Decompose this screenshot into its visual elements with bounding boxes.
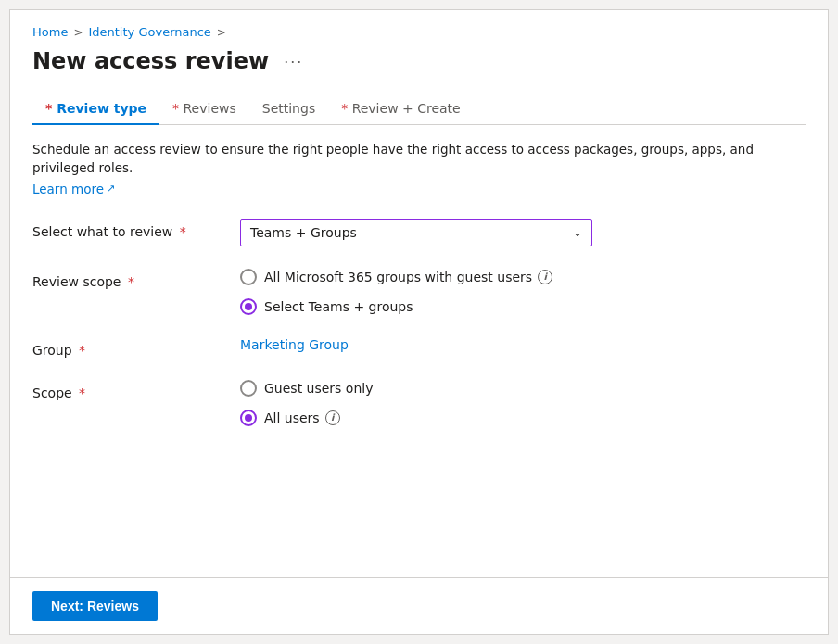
learn-more-label: Learn more <box>32 182 104 196</box>
breadcrumb-sep-1: > <box>73 26 83 39</box>
scope-option-all-m365[interactable]: All Microsoft 365 groups with guest user… <box>240 269 806 285</box>
next-reviews-button[interactable]: Next: Reviews <box>32 591 158 621</box>
tabs-container: Review type Reviews Settings Review + Cr… <box>32 93 806 125</box>
external-link-icon: ↗ <box>107 183 115 195</box>
tab-review-type[interactable]: Review type <box>32 94 159 125</box>
page-title: New access review <box>32 48 269 74</box>
scope-info-icon-all-users[interactable]: i <box>325 410 340 425</box>
required-star-2: * <box>123 274 133 289</box>
scope-radio-group: Guest users only All users i <box>240 380 806 426</box>
select-what-field: Teams + Groups ⌄ <box>240 219 806 246</box>
scope-radio-all-users[interactable] <box>240 410 257 426</box>
review-scope-row: Review scope * All Microsoft 365 groups … <box>32 269 806 315</box>
group-row: Group * Marketing Group <box>32 337 806 358</box>
scope-label-left: Scope * <box>32 380 218 400</box>
group-label: Group * <box>32 337 218 358</box>
scope-field: Guest users only All users i <box>240 380 806 426</box>
scope-option-all-users[interactable]: All users i <box>240 410 806 426</box>
required-star-4: * <box>75 385 85 400</box>
review-scope-radio-group: All Microsoft 365 groups with guest user… <box>240 269 806 315</box>
description-text: Schedule an access review to ensure the … <box>32 140 806 178</box>
breadcrumb-sep-2: > <box>217 26 226 39</box>
scope-label-all-users: All users i <box>264 410 340 425</box>
select-what-dropdown[interactable]: Teams + Groups ⌄ <box>240 219 592 246</box>
breadcrumb: Home > Identity Governance > <box>32 25 806 39</box>
dropdown-value: Teams + Groups <box>250 225 357 240</box>
scope-option-select-teams[interactable]: Select Teams + groups <box>240 298 806 315</box>
required-star-3: * <box>75 343 85 358</box>
more-options-button[interactable]: ··· <box>278 50 309 73</box>
scope-label-all-m365: All Microsoft 365 groups with guest user… <box>264 270 552 284</box>
group-field: Marketing Group <box>240 337 806 352</box>
review-scope-field: All Microsoft 365 groups with guest user… <box>240 269 806 315</box>
scope-radio-select-teams[interactable] <box>240 298 257 315</box>
required-star-1: * <box>175 224 185 239</box>
review-scope-label: Review scope * <box>32 269 218 289</box>
breadcrumb-home[interactable]: Home <box>32 25 68 39</box>
group-value-link[interactable]: Marketing Group <box>240 337 349 352</box>
select-what-label: Select what to review * <box>32 219 218 239</box>
footer: Next: Reviews <box>10 577 828 634</box>
learn-more-link[interactable]: Learn more ↗ <box>32 182 115 196</box>
select-what-row: Select what to review * Teams + Groups ⌄ <box>32 219 806 246</box>
tab-reviews[interactable]: Reviews <box>159 94 249 125</box>
tab-review-create[interactable]: Review + Create <box>328 94 474 125</box>
dropdown-arrow-icon: ⌄ <box>573 226 582 239</box>
page-title-row: New access review ··· <box>32 48 806 74</box>
form-section: Select what to review * Teams + Groups ⌄… <box>32 219 806 426</box>
tab-settings[interactable]: Settings <box>249 94 328 125</box>
scope-label-guest-only: Guest users only <box>264 381 373 396</box>
breadcrumb-governance[interactable]: Identity Governance <box>88 25 210 39</box>
scope-info-icon-all-m365[interactable]: i <box>538 270 552 284</box>
page-container: Home > Identity Governance > New access … <box>9 9 829 635</box>
scope-label-select-teams: Select Teams + groups <box>264 299 413 314</box>
scope-option-guest-only[interactable]: Guest users only <box>240 380 806 397</box>
scope-row: Scope * Guest users only All us <box>32 380 806 426</box>
main-content: Home > Identity Governance > New access … <box>10 10 828 577</box>
scope-radio-guest-only[interactable] <box>240 380 257 397</box>
scope-radio-all-m365[interactable] <box>240 269 257 285</box>
